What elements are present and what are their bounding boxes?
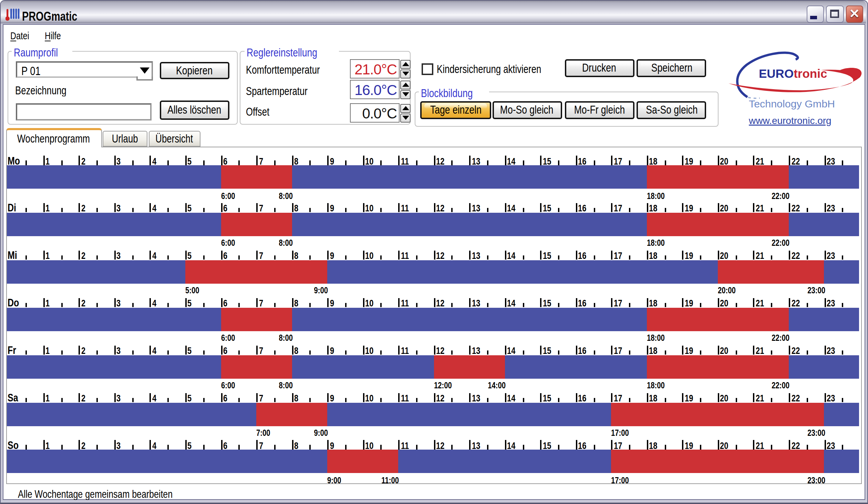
svg-text:www.eurotronic.org: www.eurotronic.org <box>748 115 831 126</box>
svg-text:EUROtronic: EUROtronic <box>759 67 827 80</box>
svg-text:Technology GmbH: Technology GmbH <box>749 98 835 109</box>
